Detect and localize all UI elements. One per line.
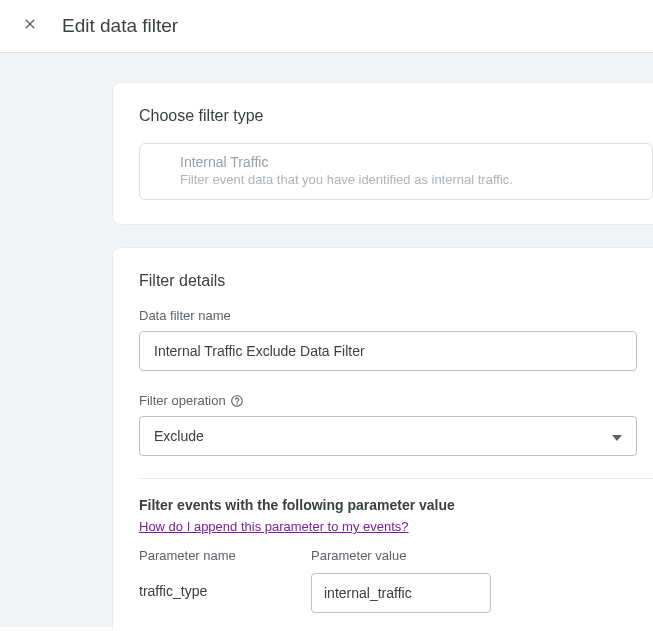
dialog-title: Edit data filter	[62, 15, 178, 37]
close-icon	[22, 16, 38, 36]
parameter-heading: Filter events with the following paramet…	[139, 497, 653, 513]
filter-type-name: Internal Traffic	[180, 154, 636, 170]
help-link[interactable]: How do I append this parameter to my eve…	[139, 519, 409, 534]
parameter-row: Parameter name traffic_type Parameter va…	[139, 548, 653, 613]
filter-type-option[interactable]: Internal Traffic Filter event data that …	[139, 143, 653, 200]
filter-type-section-title: Choose filter type	[139, 107, 653, 125]
parameter-value-column: Parameter value	[311, 548, 491, 613]
help-icon[interactable]	[230, 394, 244, 408]
parameter-value-label: Parameter value	[311, 548, 491, 563]
filter-details-section-title: Filter details	[139, 272, 653, 290]
parameter-name-label: Parameter name	[139, 548, 279, 563]
filter-operation-label: Filter operation	[139, 393, 653, 408]
parameter-name-value: traffic_type	[139, 573, 279, 599]
filter-name-field: Data filter name	[139, 308, 653, 371]
filter-type-description: Filter event data that you have identifi…	[180, 172, 636, 187]
filter-operation-select[interactable]: Exclude	[139, 416, 637, 456]
parameter-value-input[interactable]	[311, 573, 491, 613]
filter-operation-value: Exclude	[154, 428, 204, 444]
filter-name-label: Data filter name	[139, 308, 653, 323]
filter-details-card: Filter details Data filter name Filter o…	[113, 248, 653, 631]
filter-operation-field: Filter operation Exclude	[139, 393, 653, 456]
divider	[139, 478, 653, 479]
parameter-name-column: Parameter name traffic_type	[139, 548, 279, 599]
dialog-body: Choose filter type Internal Traffic Filt…	[0, 53, 653, 627]
dialog-header: Edit data filter	[0, 0, 653, 53]
filter-operation-label-text: Filter operation	[139, 393, 226, 408]
chevron-down-icon	[612, 428, 622, 444]
filter-name-input[interactable]	[139, 331, 637, 371]
filter-type-card: Choose filter type Internal Traffic Filt…	[113, 83, 653, 224]
close-button[interactable]	[18, 14, 42, 38]
